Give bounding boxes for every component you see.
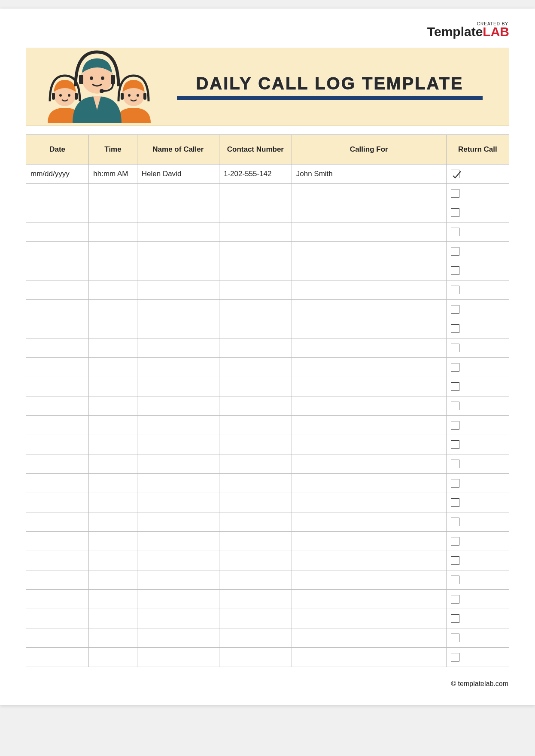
cell-date[interactable]: [26, 280, 89, 300]
return-call-checkbox[interactable]: [451, 363, 459, 372]
cell-contact[interactable]: [219, 628, 292, 648]
cell-date[interactable]: [26, 396, 89, 416]
cell-calling_for[interactable]: [292, 570, 446, 590]
cell-contact[interactable]: [219, 570, 292, 590]
cell-date[interactable]: [26, 416, 89, 435]
cell-return-call[interactable]: [446, 203, 509, 223]
cell-name[interactable]: [137, 338, 219, 358]
cell-calling_for[interactable]: [292, 203, 446, 223]
cell-date[interactable]: [26, 358, 89, 377]
cell-calling_for[interactable]: [292, 377, 446, 396]
cell-name[interactable]: [137, 261, 219, 280]
cell-calling_for[interactable]: [292, 590, 446, 609]
cell-contact[interactable]: [219, 396, 292, 416]
cell-return-call[interactable]: [446, 532, 509, 551]
cell-name[interactable]: [137, 493, 219, 512]
return-call-checkbox[interactable]: [451, 595, 459, 604]
cell-time[interactable]: [89, 396, 137, 416]
cell-return-call[interactable]: [446, 319, 509, 338]
cell-contact[interactable]: [219, 648, 292, 667]
return-call-checkbox[interactable]: [451, 266, 459, 275]
cell-return-call[interactable]: [446, 512, 509, 532]
cell-calling_for[interactable]: [292, 628, 446, 648]
cell-name[interactable]: [137, 358, 219, 377]
return-call-checkbox[interactable]: [451, 247, 459, 256]
cell-calling_for[interactable]: [292, 512, 446, 532]
cell-time[interactable]: [89, 590, 137, 609]
return-call-checkbox[interactable]: [451, 556, 459, 565]
cell-name[interactable]: [137, 223, 219, 242]
cell-contact[interactable]: [219, 474, 292, 493]
return-call-checkbox[interactable]: [451, 170, 459, 178]
cell-date[interactable]: [26, 570, 89, 590]
return-call-checkbox[interactable]: [451, 614, 459, 623]
cell-name[interactable]: [137, 474, 219, 493]
cell-name[interactable]: [137, 628, 219, 648]
cell-return-call[interactable]: [446, 184, 509, 203]
cell-name[interactable]: [137, 319, 219, 338]
return-call-checkbox[interactable]: [451, 518, 459, 526]
cell-calling_for[interactable]: [292, 474, 446, 493]
cell-date[interactable]: [26, 512, 89, 532]
cell-time[interactable]: [89, 628, 137, 648]
return-call-checkbox[interactable]: [451, 208, 459, 217]
cell-contact[interactable]: [219, 435, 292, 454]
cell-name[interactable]: [137, 648, 219, 667]
cell-return-call[interactable]: [446, 261, 509, 280]
cell-date[interactable]: [26, 338, 89, 358]
cell-calling_for[interactable]: [292, 300, 446, 319]
cell-return-call[interactable]: [446, 280, 509, 300]
cell-return-call[interactable]: [446, 570, 509, 590]
cell-return-call[interactable]: [446, 242, 509, 261]
cell-contact[interactable]: [219, 454, 292, 474]
cell-contact[interactable]: [219, 338, 292, 358]
cell-time[interactable]: [89, 261, 137, 280]
cell-return-call[interactable]: [446, 493, 509, 512]
cell-calling_for[interactable]: John Smith: [292, 165, 446, 184]
cell-name[interactable]: [137, 242, 219, 261]
cell-name[interactable]: [137, 590, 219, 609]
cell-time[interactable]: [89, 223, 137, 242]
cell-return-call[interactable]: [446, 358, 509, 377]
cell-name[interactable]: [137, 203, 219, 223]
cell-contact[interactable]: 1-202-555-142: [219, 165, 292, 184]
cell-time[interactable]: [89, 280, 137, 300]
cell-contact[interactable]: [219, 223, 292, 242]
cell-name[interactable]: [137, 551, 219, 570]
cell-time[interactable]: [89, 338, 137, 358]
cell-time[interactable]: [89, 435, 137, 454]
cell-calling_for[interactable]: [292, 609, 446, 628]
cell-name[interactable]: [137, 435, 219, 454]
cell-name[interactable]: [137, 609, 219, 628]
cell-name[interactable]: [137, 454, 219, 474]
cell-time[interactable]: [89, 648, 137, 667]
cell-return-call[interactable]: [446, 338, 509, 358]
cell-return-call[interactable]: [446, 165, 509, 184]
cell-date[interactable]: [26, 184, 89, 203]
cell-name[interactable]: Helen David: [137, 165, 219, 184]
return-call-checkbox[interactable]: [451, 460, 459, 468]
cell-time[interactable]: [89, 570, 137, 590]
cell-date[interactable]: [26, 377, 89, 396]
return-call-checkbox[interactable]: [451, 305, 459, 314]
cell-time[interactable]: [89, 184, 137, 203]
cell-contact[interactable]: [219, 551, 292, 570]
cell-date[interactable]: [26, 435, 89, 454]
return-call-checkbox[interactable]: [451, 189, 459, 198]
cell-time[interactable]: [89, 319, 137, 338]
cell-date[interactable]: [26, 300, 89, 319]
cell-return-call[interactable]: [446, 551, 509, 570]
cell-contact[interactable]: [219, 280, 292, 300]
cell-name[interactable]: [137, 300, 219, 319]
cell-time[interactable]: [89, 551, 137, 570]
cell-time[interactable]: [89, 512, 137, 532]
return-call-checkbox[interactable]: [451, 286, 459, 294]
cell-date[interactable]: [26, 319, 89, 338]
cell-time[interactable]: [89, 609, 137, 628]
cell-return-call[interactable]: [446, 396, 509, 416]
cell-date[interactable]: [26, 223, 89, 242]
cell-calling_for[interactable]: [292, 396, 446, 416]
cell-calling_for[interactable]: [292, 416, 446, 435]
return-call-checkbox[interactable]: [451, 634, 459, 642]
cell-return-call[interactable]: [446, 435, 509, 454]
